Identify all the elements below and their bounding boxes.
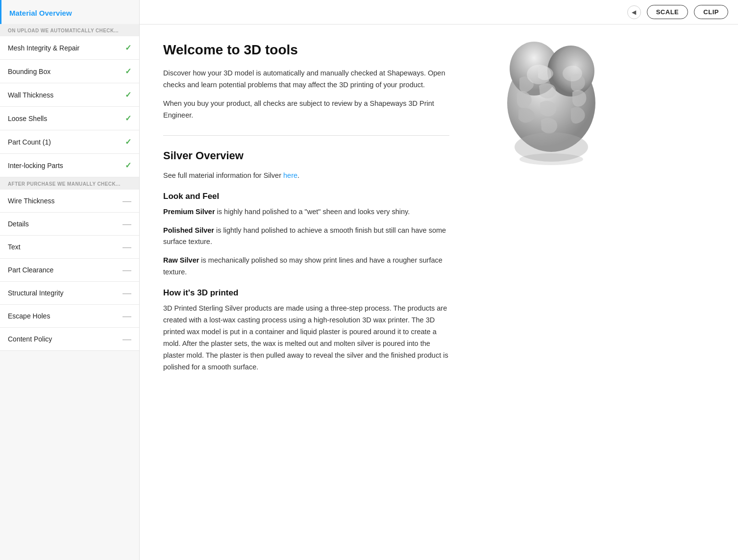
sidebar-item-label: Content Policy: [8, 335, 52, 343]
sidebar-item-wire-thickness[interactable]: Wire Thickness —: [0, 190, 139, 213]
article-how-printed-text: 3D Printed Sterling Silver products are …: [163, 303, 449, 373]
sidebar-item-text[interactable]: Text —: [0, 236, 139, 259]
article-intro-p2: When you buy your product, all checks ar…: [163, 98, 449, 122]
check-icon: ✓: [125, 67, 131, 76]
dash-icon: —: [123, 196, 131, 205]
dash-icon: —: [123, 289, 131, 297]
model-3d-svg: [500, 39, 603, 167]
premium-silver-bold: Premium Silver: [163, 208, 215, 216]
check-icon: ✓: [125, 137, 131, 146]
article-overview-link-anchor[interactable]: here: [283, 171, 297, 179]
sidebar-item-part-clearance[interactable]: Part Clearance —: [0, 259, 139, 282]
arrow-left-icon: ◀: [632, 9, 636, 16]
sidebar-item-mesh-integrity[interactable]: Mesh Integrity & Repair ✓: [0, 36, 139, 60]
article-overview-title: Silver Overview: [163, 149, 449, 162]
dash-icon: —: [123, 266, 131, 274]
article-polished-silver: Polished Silver is lightly hand polished…: [163, 225, 449, 248]
svg-point-4: [563, 66, 582, 81]
dash-icon: —: [123, 335, 131, 343]
model-svg-container: [497, 34, 605, 171]
article-raw-silver: Raw Silver is mechanically polished so m…: [163, 255, 449, 278]
article-overview-link-paragraph: See full material information for Silver…: [163, 170, 449, 182]
sidebar-item-label: Details: [8, 220, 29, 228]
article-look-feel-title: Look and Feel: [163, 192, 449, 201]
sidebar-item-inter-locking-parts[interactable]: Inter-locking Parts ✓: [0, 154, 139, 177]
check-icon: ✓: [125, 114, 131, 123]
sidebar-item-label: Inter-locking Parts: [8, 162, 63, 170]
sidebar-item-label: Part Count (1): [8, 138, 51, 146]
sidebar-item-label: Structural Integrity: [8, 289, 64, 297]
sidebar-item-structural-integrity[interactable]: Structural Integrity —: [0, 282, 139, 305]
check-icon: ✓: [125, 43, 131, 52]
sidebar-item-label: Text: [8, 243, 21, 251]
sidebar-item-label: Part Clearance: [8, 266, 53, 274]
sidebar-item-label: Mesh Integrity & Repair: [8, 44, 79, 52]
article-main-title: Welcome to 3D tools: [163, 42, 449, 58]
article-intro-p1: Discover how your 3D model is automatica…: [163, 68, 449, 91]
dash-icon: —: [123, 243, 131, 251]
raw-silver-text: is mechanically polished so may show pri…: [163, 256, 443, 276]
sidebar-item-label: Wall Thickness: [8, 91, 53, 99]
svg-point-3: [527, 65, 551, 84]
sidebar-item-label: Wire Thickness: [8, 197, 54, 205]
article-how-printed-title: How it's 3D printed: [163, 288, 449, 298]
back-arrow-button[interactable]: ◀: [627, 5, 641, 19]
dash-icon: —: [123, 312, 131, 320]
sidebar-item-content-policy[interactable]: Content Policy —: [0, 328, 139, 351]
sidebar-item-details[interactable]: Details —: [0, 213, 139, 236]
sidebar-item-label: Bounding Box: [8, 68, 50, 75]
raw-silver-bold: Raw Silver: [163, 256, 199, 264]
article: Welcome to 3D tools Discover how your 3D…: [140, 24, 473, 560]
sidebar-item-escape-holes[interactable]: Escape Holes —: [0, 305, 139, 328]
auto-section-label: ON UPLOAD WE AUTOMATICALLY CHECK...: [0, 24, 139, 36]
sidebar-item-part-count[interactable]: Part Count (1) ✓: [0, 130, 139, 154]
model-preview: [473, 24, 610, 560]
scale-button[interactable]: SCALE: [647, 5, 689, 19]
sidebar-header: Material Overview: [0, 0, 139, 24]
article-divider: [163, 135, 449, 136]
sidebar: Material Overview ON UPLOAD WE AUTOMATIC…: [0, 0, 140, 560]
polished-silver-bold: Polished Silver: [163, 226, 214, 234]
content-area: Welcome to 3D tools Discover how your 3D…: [140, 24, 738, 560]
article-premium-silver: Premium Silver is highly hand polished t…: [163, 206, 449, 218]
check-icon: ✓: [125, 90, 131, 99]
top-bar: ◀ SCALE CLIP: [140, 0, 738, 24]
svg-point-6: [519, 153, 583, 165]
premium-silver-text: is highly hand polished to a "wet" sheen…: [215, 208, 410, 216]
check-icon: ✓: [125, 161, 131, 170]
manual-section-label: AFTER PURCHASE WE MANUALLY CHECK...: [0, 177, 139, 190]
sidebar-item-loose-shells[interactable]: Loose Shells ✓: [0, 107, 139, 130]
clip-button[interactable]: CLIP: [694, 5, 728, 19]
main-content: ◀ SCALE CLIP Welcome to 3D tools Discove…: [140, 0, 738, 560]
sidebar-item-wall-thickness[interactable]: Wall Thickness ✓: [0, 83, 139, 107]
article-overview-link-text: See full material information for Silver: [163, 171, 283, 179]
dash-icon: —: [123, 219, 131, 228]
sidebar-item-label: Loose Shells: [8, 115, 47, 122]
sidebar-title: Material Overview: [9, 9, 72, 17]
article-overview-link-suffix: .: [297, 171, 299, 179]
sidebar-item-label: Escape Holes: [8, 312, 50, 320]
sidebar-item-bounding-box[interactable]: Bounding Box ✓: [0, 60, 139, 83]
